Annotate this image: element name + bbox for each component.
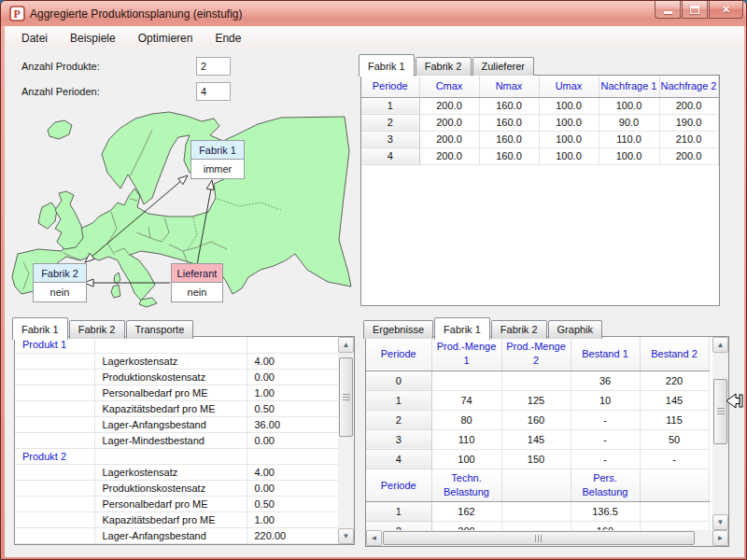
maximize-button[interactable]	[682, 1, 708, 19]
cell[interactable]: 100.0	[599, 147, 659, 164]
vertical-scrollbar[interactable]: ▲ ▼	[338, 337, 354, 544]
column-header[interactable]: Prod.-Menge 2	[501, 337, 571, 371]
column-header[interactable]: Techn. Belastung	[431, 469, 501, 502]
column-header[interactable]: Pers. Belastung	[571, 469, 640, 502]
row-header[interactable]: 1	[366, 502, 431, 522]
menu-item-beispiele[interactable]: Beispiele	[59, 29, 127, 48]
cell[interactable]: 200.0	[659, 97, 718, 114]
column-header[interactable]: Cmax	[419, 76, 479, 97]
map-node-fabrik1[interactable]: Fabrik 1	[190, 140, 245, 160]
vertical-scrollbar-thumb[interactable]	[713, 379, 727, 444]
cell[interactable]: 100.0	[539, 131, 599, 147]
menu-item-ende[interactable]: Ende	[204, 29, 252, 48]
param-value[interactable]: 0.50	[247, 496, 338, 511]
horizontal-scrollbar[interactable]: ◄ ►	[366, 530, 728, 546]
param-value[interactable]: 0.00	[247, 369, 338, 385]
horizontal-scrollbar-thumb[interactable]	[383, 531, 695, 545]
scroll-down-button[interactable]: ▼	[712, 514, 728, 530]
menu-item-optimieren[interactable]: Optimieren	[127, 29, 204, 48]
cell[interactable]: 110.0	[599, 131, 659, 147]
param-name: Produktionskostensatz	[94, 369, 247, 385]
tab-transporte[interactable]: Transporte	[126, 320, 194, 339]
tab-zulieferer[interactable]: Zulieferer	[472, 57, 534, 76]
cell	[640, 502, 709, 522]
param-value[interactable]: 4.00	[247, 353, 338, 369]
row-header[interactable]: 4	[366, 449, 431, 469]
cell[interactable]: 210.0	[659, 131, 718, 147]
column-header[interactable]: Periode	[366, 469, 431, 502]
tab-ergebnisse[interactable]: Ergebnisse	[363, 320, 433, 339]
anzahl-produkte-input[interactable]	[196, 57, 231, 76]
column-header[interactable]: Nmax	[479, 76, 539, 97]
table-row: 1200.0160.0100.0100.0200.0	[361, 97, 718, 114]
column-header[interactable]: Periode	[366, 337, 431, 371]
row-header[interactable]: 2	[366, 522, 431, 531]
cell[interactable]: 190.0	[659, 114, 718, 131]
minimize-button[interactable]	[655, 1, 681, 19]
cell[interactable]: 200.0	[419, 131, 479, 147]
menu-item-datei[interactable]: Datei	[10, 29, 59, 48]
vertical-scrollbar[interactable]: ▲ ▼	[712, 337, 728, 530]
cell[interactable]: 200.0	[419, 147, 479, 164]
window-title: Aggregierte Produktionsplanung (einstufi…	[30, 7, 242, 21]
param-value[interactable]: 1.00	[247, 511, 338, 527]
cell[interactable]: 100.0	[539, 147, 599, 164]
column-header[interactable]	[640, 469, 709, 502]
map-node-lieferant[interactable]: Lieferant	[171, 263, 223, 283]
cell[interactable]: 200.0	[419, 114, 479, 131]
column-header[interactable]: Periode	[361, 76, 419, 97]
param-value[interactable]: 36.00	[247, 416, 338, 432]
param-value[interactable]: 1.00	[247, 385, 338, 400]
scroll-up-button[interactable]: ▲	[338, 337, 354, 353]
map-node-fabrik1-status[interactable]: immer	[190, 160, 245, 179]
row-header[interactable]: 1	[361, 97, 419, 114]
scroll-down-button[interactable]: ▼	[338, 528, 354, 544]
cell[interactable]: 200.0	[419, 97, 479, 114]
cell[interactable]: 100.0	[539, 114, 599, 131]
row-header[interactable]: 2	[361, 114, 419, 131]
column-header[interactable]: Umax	[539, 76, 599, 97]
column-header[interactable]	[501, 469, 571, 502]
tab-fabrik-1[interactable]: Fabrik 1	[359, 54, 415, 77]
column-header[interactable]: Nachfrage 1	[599, 76, 659, 97]
column-header[interactable]: Bestand 1	[571, 337, 640, 371]
scroll-right-button[interactable]: ►	[712, 530, 728, 546]
scroll-left-button[interactable]: ◄	[366, 530, 382, 546]
tab-fabrik-2[interactable]: Fabrik 2	[491, 320, 547, 339]
cell[interactable]: 160.0	[479, 114, 539, 131]
cell[interactable]: 160.0	[479, 97, 539, 114]
cell[interactable]: 100.0	[599, 97, 659, 114]
cell[interactable]: 100.0	[539, 97, 599, 114]
anzahl-perioden-input[interactable]	[196, 82, 231, 101]
column-header[interactable]: Nachfrage 2	[659, 76, 718, 97]
map-node-fabrik2-status[interactable]: nein	[33, 283, 87, 302]
param-value[interactable]: 4.00	[247, 464, 338, 480]
map-node-fabrik2[interactable]: Fabrik 2	[33, 263, 87, 283]
tab-fabrik-2[interactable]: Fabrik 2	[69, 320, 125, 339]
param-value[interactable]: 0.00	[247, 480, 338, 496]
column-header[interactable]: Bestand 2	[640, 337, 709, 371]
param-value[interactable]: 0.50	[247, 400, 338, 416]
param-value[interactable]: 0.00	[247, 432, 338, 448]
row-header[interactable]: 4	[361, 147, 419, 164]
row-header[interactable]: 2	[366, 410, 431, 429]
title-bar[interactable]: P Aggregierte Produktionsplanung (einstu…	[1, 1, 746, 26]
scroll-up-button[interactable]: ▲	[712, 337, 728, 353]
param-value[interactable]: 220.00	[247, 527, 338, 543]
cell[interactable]: 160.0	[479, 147, 539, 164]
cell[interactable]: 90.0	[599, 114, 659, 131]
row-header[interactable]: 3	[361, 131, 419, 147]
tab-graphik[interactable]: Graphik	[548, 320, 603, 339]
cell[interactable]: 200.0	[659, 147, 718, 164]
column-header[interactable]: Prod.-Menge 1	[431, 337, 501, 371]
row-header[interactable]: 1	[366, 390, 431, 410]
row-header[interactable]: 3	[366, 429, 431, 449]
map-node-lieferant-status[interactable]: nein	[171, 283, 223, 302]
row-header[interactable]: 0	[366, 371, 431, 390]
tab-fabrik-1[interactable]: Fabrik 1	[12, 317, 68, 340]
vertical-scrollbar-thumb[interactable]	[339, 357, 353, 437]
cell[interactable]: 160.0	[479, 131, 539, 147]
close-button[interactable]: ✕	[709, 1, 743, 19]
tab-fabrik-2[interactable]: Fabrik 2	[416, 57, 472, 76]
tab-fabrik-1[interactable]: Fabrik 1	[434, 317, 490, 340]
